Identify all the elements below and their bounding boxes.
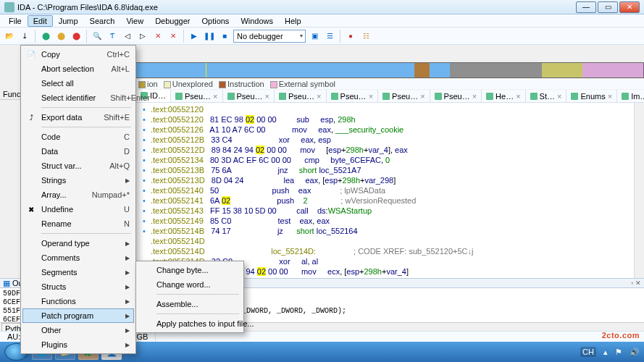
tab-9[interactable]: Enums× — [566, 90, 617, 103]
run-icon[interactable]: ⬤ — [39, 30, 52, 43]
zoom-icon[interactable]: 🔍 — [91, 30, 104, 43]
stop-icon[interactable]: ■ — [218, 30, 231, 43]
pause-indicator-icon[interactable]: ⬤ — [54, 30, 67, 43]
disasm-line[interactable]: •.text:0055213D 8D 04 24 lea eax, [esp+2… — [138, 175, 644, 185]
tab-6[interactable]: Pseu…× — [430, 90, 482, 103]
bp-list-icon[interactable]: ☷ — [359, 30, 372, 43]
disasm-line[interactable]: •.text:00552149 85 C0 test eax, eax — [138, 216, 644, 226]
tab-icon — [331, 93, 338, 100]
edit-menu-plugins[interactable]: Plugins▶ — [22, 337, 134, 352]
maximize-button[interactable]: ▭ — [598, 1, 618, 13]
edit-menu-strings[interactable]: Strings▶ — [22, 173, 134, 188]
nav-back-icon[interactable]: ◁ — [121, 30, 134, 43]
tray-sound-icon[interactable]: 🔊 — [630, 348, 640, 357]
nav-band[interactable] — [134, 62, 644, 78]
edit-menu-operand-type[interactable]: Operand type▶ — [22, 236, 134, 251]
tab-close-icon[interactable]: × — [557, 92, 561, 101]
edit-menu-array-[interactable]: Array...Numpad+* — [22, 188, 134, 202]
bp-icon[interactable]: ● — [344, 30, 357, 43]
tray-flag-icon[interactable]: ⚑ — [615, 348, 622, 357]
edit-menu-functions[interactable]: Functions▶ — [22, 294, 134, 308]
tab-4[interactable]: Pseu…× — [327, 90, 379, 103]
edit-menu-struct-var-[interactable]: Struct var...Alt+Q — [22, 159, 134, 173]
menu-windows[interactable]: Windows — [235, 15, 279, 27]
edit-menu-rename[interactable]: RenameN — [22, 216, 134, 231]
menu-view[interactable]: View — [120, 15, 149, 27]
disasm-line[interactable]: .text:0055214D — [138, 236, 644, 246]
tab-icon — [227, 93, 235, 100]
minimize-button[interactable]: — — [576, 1, 596, 13]
edit-menu-select-identifier[interactable]: Select identifierShift+Enter — [22, 90, 134, 105]
stop-indicator-icon[interactable]: ⬤ — [70, 30, 83, 43]
play-icon[interactable]: ▶ — [188, 30, 201, 43]
menu-edit[interactable]: Edit — [28, 15, 53, 27]
edit-menu-code[interactable]: CodeC — [22, 130, 134, 144]
menu-jump[interactable]: Jump — [53, 15, 84, 27]
tab-10[interactable]: Im…× — [617, 90, 644, 103]
edit-menu-comments[interactable]: Comments▶ — [22, 251, 134, 265]
disasm-line[interactable]: •.text:00552140 50 push eax ; lpWSAData — [138, 185, 644, 195]
edit-menu-select-all[interactable]: Select all — [22, 76, 134, 90]
edit-menu-other[interactable]: Other▶ — [22, 323, 134, 337]
edit-menu-patch-program[interactable]: Patch program▶ — [22, 308, 134, 323]
tab-close-icon[interactable]: × — [265, 92, 269, 101]
tray-chevron-icon[interactable]: ▴ — [603, 348, 608, 357]
open-icon[interactable]: 📂 — [3, 30, 16, 43]
tab-close-icon[interactable]: × — [317, 92, 321, 101]
tab-close-icon[interactable]: × — [213, 92, 217, 101]
menu-help[interactable]: Help — [279, 15, 307, 27]
tab-close-icon[interactable]: × — [608, 92, 612, 101]
disasm-line[interactable]: •.text:00552134 80 3D AC EF 6C 00 00 cmp… — [138, 155, 644, 165]
undef-icon: ✖ — [25, 203, 37, 215]
edit-menu-structs[interactable]: Structs▶ — [22, 279, 134, 294]
tab-close-icon[interactable]: × — [472, 92, 477, 101]
output-close-icon[interactable]: ▫ ✕ — [631, 279, 641, 287]
disasm-line[interactable]: •.text:0055213B 75 6A jnz short loc_5521… — [138, 165, 644, 175]
edit-menu-abort-selection[interactable]: Abort selectionAlt+L — [22, 62, 134, 76]
disasm-line[interactable]: •.text:00552143 FF 15 38 10 5D 00 call d… — [138, 206, 644, 216]
edit-menu-export-data[interactable]: ⤴Export dataShift+E — [22, 110, 134, 125]
disasm-line[interactable]: •.text:00552120 — [138, 104, 644, 114]
tab-close-icon[interactable]: × — [369, 92, 373, 101]
tab-5[interactable]: Pseu…× — [378, 90, 430, 103]
text-icon[interactable]: Ƭ — [106, 30, 119, 43]
disasm-line[interactable]: •.text:00552120 81 EC 98 02 00 00 sub es… — [138, 114, 644, 125]
graph-icon[interactable]: ✕ — [167, 30, 180, 43]
patch-change-byte-[interactable]: Change byte... — [138, 263, 242, 277]
tab-close-icon[interactable]: × — [420, 92, 425, 101]
tab-2[interactable]: Pseu…× — [223, 90, 275, 103]
tab-1[interactable]: Pseu…× — [171, 90, 223, 103]
pause-icon[interactable]: ❚❚ — [203, 30, 216, 43]
tab-close-icon[interactable]: × — [516, 92, 520, 101]
tab-8[interactable]: St…× — [526, 90, 567, 103]
menu-file[interactable]: File — [3, 15, 28, 27]
tab-3[interactable]: Pseu…× — [275, 90, 327, 103]
edit-menu-segments[interactable]: Segments▶ — [22, 265, 134, 279]
menu-search[interactable]: Search — [84, 15, 121, 27]
system-tray[interactable]: CH ▴ ⚑ 🔊 — [580, 347, 640, 357]
patch-assemble-[interactable]: Assemble... — [138, 297, 242, 311]
disasm-line[interactable]: •.text:0055214B 74 17 jz short loc_55216… — [138, 226, 644, 236]
disasm-line[interactable]: •.text:0055212B 33 C4 xor eax, esp — [138, 135, 644, 145]
tray-ime[interactable]: CH — [580, 347, 596, 357]
debugger-select[interactable]: No debugger — [233, 30, 306, 43]
nav-fwd-icon[interactable]: ▷ — [136, 30, 149, 43]
module-icon[interactable]: ▣ — [308, 30, 321, 43]
patch-apply-patches-to-input-file-[interactable]: Apply patches to input file... — [138, 316, 242, 331]
save-icon[interactable]: ⤓ — [18, 30, 31, 43]
disasm-line[interactable]: .text:0055214D loc_55214D: ; CODE XREF: … — [138, 246, 644, 256]
tab-7[interactable]: He…× — [482, 90, 526, 103]
menu-debugger[interactable]: Debugger — [149, 15, 196, 27]
patch-change-word-[interactable]: Change word... — [138, 277, 242, 292]
edit-menu-data[interactable]: DataD — [22, 144, 134, 159]
disasm-line[interactable]: •.text:0055212D 89 84 24 94 02 00 00 mov… — [138, 145, 644, 155]
disasm-line[interactable]: •.text:00552126 A1 10 A7 6C 00 mov eax, … — [138, 125, 644, 135]
xref-icon[interactable]: ✕ — [151, 30, 164, 43]
disasm-line[interactable]: •.text:00552141 6A 02 push 2 ; wVersionR… — [138, 195, 644, 206]
close-button[interactable]: ✕ — [619, 1, 640, 13]
scrollbar-vertical[interactable] — [634, 103, 644, 295]
menu-options[interactable]: Options — [196, 15, 235, 27]
thread-icon[interactable]: ☰ — [323, 30, 336, 43]
edit-menu-undefine[interactable]: ✖UndefineU — [22, 202, 134, 216]
edit-menu-copy[interactable]: 📄CopyCtrl+C — [22, 47, 134, 62]
